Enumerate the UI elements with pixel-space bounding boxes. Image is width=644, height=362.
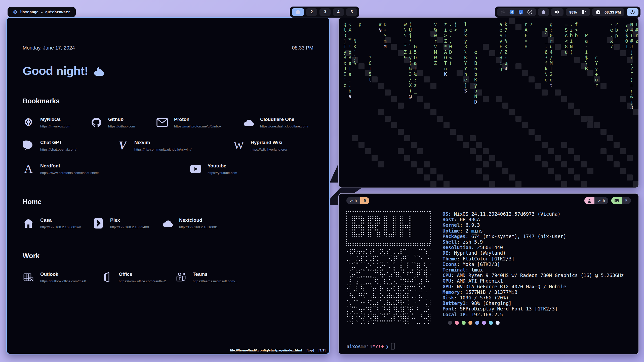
- fetch-row-font: Font: SFProDisplay Nerd Font 13 [GTK2/3]: [442, 306, 624, 311]
- workspace-button-2[interactable]: 2: [306, 8, 317, 16]
- bluetooth-icon[interactable]: [509, 10, 514, 15]
- bookmark-github[interactable]: Github https://github.com: [91, 117, 156, 128]
- outlook-icon: [23, 272, 34, 282]
- power-button[interactable]: [627, 8, 638, 16]
- fastfetch-info: OS: NixOS 24.11.20240612.57d6973 (Vicuña…: [442, 211, 624, 317]
- volume-pill[interactable]: [551, 8, 564, 16]
- nixvim-icon: V: [117, 140, 128, 151]
- cmatrix-output: QlD]TyBxJI'c<X_^!pBaIa..baNK`)%p?CT5l#%D…: [339, 18, 638, 188]
- workspace-button-4[interactable]: 4: [333, 8, 344, 16]
- bookmark-plex[interactable]: Plex http://192.168.2.16:32400: [93, 217, 162, 229]
- bookmark-name: Github: [108, 117, 135, 122]
- bookmark-url: https://chat.openai.com/: [40, 148, 76, 151]
- bookmark-url: https://www.office.com/?auth=2: [119, 279, 166, 283]
- plex-icon: [93, 218, 104, 229]
- bookmark-casa[interactable]: Casa http://192.168.2.16:8081/#/: [23, 217, 93, 229]
- fetch-row-battery1: Battery1: 98% [Charging]: [442, 300, 624, 306]
- fetch-row-shell: Shell: zsh 5.9: [442, 239, 624, 245]
- workspace-button-3[interactable]: 3: [319, 8, 331, 16]
- bookmark-url: https://nix-community.github.io/nixvim/: [134, 148, 191, 151]
- qutebrowser-statusbar: file:///home/hadi/.config/startpage/inde…: [230, 348, 326, 352]
- tmux-status-zsh[interactable]: zsh: [584, 197, 608, 204]
- fetch-row-terminal: Terminal: tmux: [442, 267, 624, 273]
- clock-pill[interactable]: 08:33 PM: [592, 8, 624, 16]
- bookmark-proton[interactable]: Proton https://mail.proton.me/u/0/inbox: [156, 117, 243, 128]
- bookmark-nerdfont[interactable]: A Nerdfont https://www.nerdfonts.com/che…: [23, 163, 190, 175]
- battery-charging-icon: [581, 10, 586, 15]
- bookmark-outlook[interactable]: Outlook https://outlook.office.com/mail/: [23, 272, 101, 283]
- bookmark-name: Office: [119, 272, 166, 277]
- wiki-icon: W: [233, 140, 245, 151]
- matrix-terminal-window: QlD]TyBxJI'c<X_^!pBaIa..baNK`)%p?CT5l#%D…: [338, 17, 639, 188]
- bookmark-teams[interactable]: Teams https://teams.microsoft.com/_: [175, 272, 237, 283]
- bookmark-name: Nextcloud: [179, 217, 218, 223]
- tray-icons-group: [497, 8, 536, 16]
- fetch-row-de: DE: Hyprland (Wayland): [442, 250, 624, 256]
- check-circle-icon[interactable]: [527, 10, 532, 15]
- bookmark-url: https://mynixos.com: [40, 124, 70, 128]
- font-icon: A: [23, 163, 34, 175]
- bookmark-nixvim[interactable]: V Nixvim https://nix-community.github.io…: [117, 140, 233, 151]
- bookmark-youtube[interactable]: Youtube https://youtube.com: [190, 163, 237, 175]
- speaker-icon: [555, 10, 560, 14]
- fetch-row-memory: Memory: 1577MiB / 31377MiB: [442, 289, 624, 295]
- fetch-row-disk: Disk: 109G / 576G (20%): [442, 295, 624, 300]
- fetch-row-cpu: CPU: AMD Ryzen 9 7940HS w/ Radeon 780M G…: [442, 273, 624, 278]
- bookmark-name: Nerdfont: [40, 163, 99, 169]
- bookmark-chat-gpt[interactable]: Chat GPT https://chat.openai.com/: [23, 140, 117, 151]
- network-icon[interactable]: [500, 10, 505, 14]
- shell-prompt[interactable]: nixos main *?!+ ❯: [346, 343, 394, 349]
- clock-icon: [596, 10, 600, 15]
- bookmark-name: Youtube: [208, 163, 237, 169]
- tmux-window-zsh[interactable]: zsh: [346, 197, 360, 204]
- cloud-icon: [243, 118, 254, 126]
- bookmark-url: http://192.168.2.16:10081: [179, 225, 218, 229]
- startpage: Monday, June 17, 2024 08:33 PM Good nigh…: [7, 18, 329, 354]
- workspace-button-1[interactable]: [292, 8, 304, 16]
- palette-dot: [468, 321, 472, 325]
- home-icon: [23, 218, 34, 228]
- active-window-title-pill[interactable]: ❆ Homepage - qutebrowser: [8, 7, 76, 17]
- github-icon: [91, 117, 102, 128]
- bookmark-url: http://192.168.2.16:8081/#/: [40, 225, 81, 229]
- battery-percent: 98%: [569, 10, 577, 14]
- bookmark-office[interactable]: Office https://www.office.com/?auth=2: [101, 272, 175, 283]
- chat-icon: [23, 141, 34, 151]
- battery-pill[interactable]: 98%: [566, 8, 590, 16]
- teams-icon: [175, 272, 187, 282]
- bookmark-nextcloud[interactable]: Nextcloud http://192.168.2.16:10081: [162, 217, 218, 229]
- bookmark-cloudflare-one[interactable]: Cloudflare One https://one.dash.cloudfla…: [243, 117, 308, 128]
- bookmark-url: https://youtube.com: [208, 171, 237, 175]
- system-tray: 98% 08:33 PM: [495, 7, 640, 18]
- power-icon: [630, 10, 635, 15]
- status-dot-icon: [542, 10, 545, 14]
- qutebrowser-window: Monday, June 17, 2024 08:33 PM Good nigh…: [6, 17, 330, 354]
- office-icon: [101, 272, 113, 283]
- bookmark-hyprland-wiki[interactable]: W Hyprland Wiki https://wiki.hyprland.or…: [233, 140, 287, 151]
- tmux-status-label: zsh: [594, 197, 608, 204]
- bookmark-url: https://wiki.hyprland.org/: [251, 148, 287, 151]
- bookmark-url: https://outlook.office.com/mail/: [40, 279, 86, 283]
- window-title: Homepage - qutebrowser: [20, 10, 70, 14]
- tmux-session-pill[interactable]: zsh0: [346, 197, 369, 204]
- tmux-status-5[interactable]: 5: [611, 197, 631, 204]
- tmux-window-0[interactable]: 0: [360, 197, 369, 204]
- bookmark-name: Plex: [110, 217, 149, 223]
- statusbar-url: file:///home/hadi/.config/startpage/inde…: [230, 348, 302, 352]
- shield-icon[interactable]: [518, 10, 523, 15]
- bookmark-mynixos[interactable]: ❆ MyNixOs https://mynixos.com: [23, 117, 91, 128]
- bookmark-name: Proton: [174, 117, 221, 122]
- recording-indicator-pill[interactable]: [538, 8, 549, 16]
- nix-icon: ❆: [23, 117, 34, 128]
- palette-dot: [475, 321, 479, 325]
- bookmark-url: https://mail.proton.me/u/0/inbox: [174, 124, 221, 128]
- bookmark-name: Casa: [40, 217, 81, 223]
- bookmark-name: Teams: [193, 272, 237, 277]
- fetch-terminal-window: zsh0 zsh5 OS: NixOS 24.11.20240612.57d69…: [338, 193, 639, 354]
- prompt-arrow: ❯: [386, 344, 389, 349]
- bookmark-name: Cloudflare One: [260, 117, 308, 122]
- section-title: Home: [23, 198, 313, 206]
- fetch-row-icons: Icons: Moka [GTK2/3]: [442, 261, 624, 267]
- workspace-button-5[interactable]: 5: [346, 8, 357, 16]
- bookmark-name: Outlook: [40, 272, 86, 277]
